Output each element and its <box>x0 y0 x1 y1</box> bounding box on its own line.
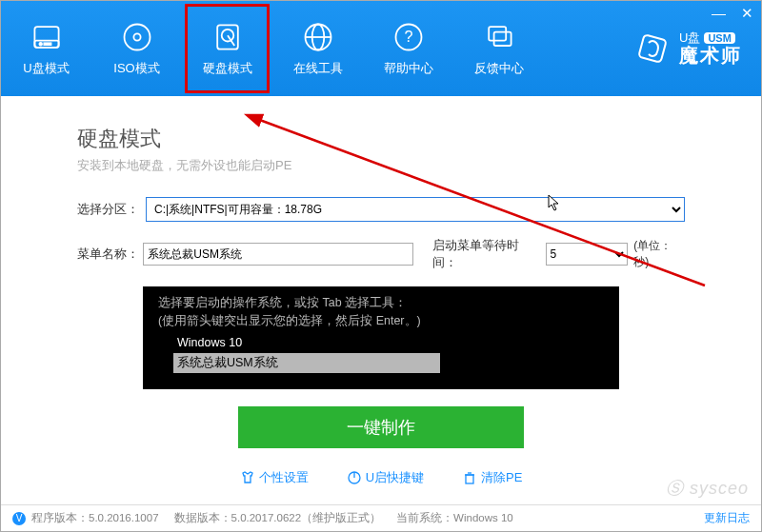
brand-big: 魔术师 <box>679 45 742 66</box>
page-title: 硬盘模式 <box>77 125 685 153</box>
brand-logo: U盘USM 魔术师 <box>633 30 742 68</box>
status-data-version: 数据版本：5.0.2017.0622（维护版正式） <box>174 511 382 525</box>
svg-rect-16 <box>638 34 666 62</box>
boot-os-windows10: Windows 10 <box>158 334 604 352</box>
link-boot-shortcut[interactable]: U启快捷键 <box>347 469 424 486</box>
svg-rect-15 <box>493 32 511 46</box>
svg-rect-19 <box>466 475 473 483</box>
trash-icon <box>462 470 477 485</box>
svg-rect-3 <box>44 43 50 45</box>
svg-point-2 <box>39 43 42 46</box>
version-badge: V <box>12 512 26 525</box>
tab-iso-mode[interactable]: ISO模式 <box>91 1 182 96</box>
tab-feedback-center[interactable]: 反馈中心 <box>453 1 544 96</box>
hdd-icon <box>211 20 245 54</box>
link-label: U启快捷键 <box>366 469 424 486</box>
help-icon: ? <box>391 20 426 54</box>
tab-help-center[interactable]: ? 帮助中心 <box>363 1 453 96</box>
tab-hdd-mode[interactable]: 硬盘模式 <box>182 1 272 96</box>
brand-small: U盘 <box>679 31 700 45</box>
svg-rect-14 <box>489 27 506 40</box>
bootwait-select[interactable]: 5 <box>546 243 629 266</box>
make-button[interactable]: 一键制作 <box>238 406 524 448</box>
link-label: 个性设置 <box>259 469 309 486</box>
bootwait-unit: (单位：秒) <box>633 238 685 270</box>
close-button[interactable]: ✕ <box>741 5 753 22</box>
link-label: 清除PE <box>481 469 522 486</box>
globe-icon <box>301 20 335 54</box>
brand-icon <box>633 30 672 68</box>
tab-label: 硬盘模式 <box>203 60 252 77</box>
tab-label: ISO模式 <box>113 60 159 77</box>
menuname-input[interactable] <box>143 243 413 266</box>
partition-label: 选择分区： <box>77 201 146 218</box>
boot-os-usm: 系统总裁USM系统 <box>173 353 440 373</box>
mode-tabs: U盘模式 ISO模式 硬盘模式 在线工具 ? 帮助中心 反馈中心 <box>1 1 544 96</box>
disc-icon <box>120 20 154 54</box>
shirt-icon <box>240 470 255 485</box>
link-update-log[interactable]: 更新日志 <box>704 511 750 525</box>
svg-text:?: ? <box>404 28 412 45</box>
minimize-button[interactable]: — <box>712 5 726 22</box>
tab-label: 反馈中心 <box>474 60 524 77</box>
tab-label: 帮助中心 <box>384 60 433 77</box>
partition-select[interactable]: C:|系统|NTFS|可用容量：18.78G <box>146 197 685 222</box>
svg-point-5 <box>133 33 140 40</box>
tab-usb-mode[interactable]: U盘模式 <box>1 1 91 96</box>
brand-usm: USM <box>704 32 734 44</box>
tab-label: 在线工具 <box>293 60 343 77</box>
link-personal-settings[interactable]: 个性设置 <box>240 469 309 486</box>
usb-icon <box>30 20 64 54</box>
tab-label: U盘模式 <box>23 60 69 77</box>
main-content: 硬盘模式 安装到本地硬盘，无需外设也能启动PE 选择分区： C:|系统|NTFS… <box>1 96 761 504</box>
svg-point-4 <box>124 25 150 50</box>
status-current-os: 当前系统：Windows 10 <box>396 511 513 525</box>
page-subtitle: 安装到本地硬盘，无需外设也能启动PE <box>77 157 685 174</box>
link-clear-pe[interactable]: 清除PE <box>462 469 522 486</box>
titlebar: — ✕ U盘模式 ISO模式 硬盘模式 在线工具 ? 帮助中心 <box>1 1 761 96</box>
boot-hint-2: (使用箭头键突出显示您的选择，然后按 Enter。) <box>158 312 604 330</box>
bootwait-label: 启动菜单等待时间： <box>432 237 539 271</box>
boot-hint-1: 选择要启动的操作系统，或按 Tab 选择工具： <box>158 294 604 312</box>
status-bar: V 程序版本：5.0.2016.1007 数据版本：5.0.2017.0622（… <box>1 504 761 531</box>
feedback-icon <box>482 20 516 54</box>
status-program-version: 程序版本：5.0.2016.1007 <box>31 511 159 525</box>
tab-online-tools[interactable]: 在线工具 <box>272 1 363 96</box>
power-icon <box>347 470 362 485</box>
boot-preview: 选择要启动的操作系统，或按 Tab 选择工具： (使用箭头键突出显示您的选择，然… <box>143 286 619 389</box>
menuname-label: 菜单名称： <box>77 246 143 263</box>
